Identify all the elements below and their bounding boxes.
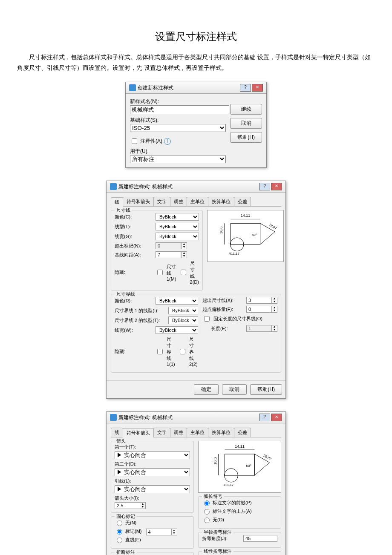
- hide-dimline1-label: 尺寸线 1(M): [167, 264, 176, 282]
- annotative-checkbox[interactable]: [132, 138, 137, 144]
- tab-tolerances[interactable]: 公差: [234, 428, 251, 437]
- arc-none-radio[interactable]: [204, 518, 210, 523]
- linetype-select[interactable]: ByBlock: [156, 223, 199, 230]
- hide-dimline1-checkbox[interactable]: [157, 270, 163, 275]
- second-arrow-select[interactable]: ▶ 实心闭合: [115, 468, 190, 476]
- hide-extline1-checkbox[interactable]: [157, 349, 163, 354]
- help-icon[interactable]: ?: [240, 84, 251, 92]
- color-label: 颜色(C):: [115, 214, 153, 220]
- legend: 尺寸界线: [115, 291, 137, 297]
- spinner-down-icon[interactable]: ▼: [172, 532, 177, 535]
- tab-tolerances[interactable]: 公差: [234, 197, 251, 206]
- tab-alt-units[interactable]: 换算单位: [208, 197, 234, 206]
- tab-lines[interactable]: 线: [111, 428, 123, 437]
- center-none-radio[interactable]: [117, 520, 122, 526]
- ext-lt1-select[interactable]: ByBlock: [168, 307, 198, 314]
- spinner-down-icon[interactable]: ▼: [182, 246, 187, 249]
- spacing-input[interactable]: [156, 251, 181, 258]
- base-style-select[interactable]: ISO-25: [130, 124, 226, 132]
- offset-label: 起点偏移量(F):: [202, 306, 244, 313]
- spinner-down-icon[interactable]: ▼: [182, 255, 187, 258]
- ext-hide-label: 隐藏:: [115, 348, 153, 355]
- tab-primary-units[interactable]: 主单位: [187, 428, 208, 437]
- tab-alt-units[interactable]: 换算单位: [208, 428, 234, 437]
- arc-before-radio[interactable]: [204, 500, 210, 506]
- arrow-size-label: 箭头大小(I):: [115, 495, 139, 500]
- help-button[interactable]: 帮助(H): [250, 384, 282, 395]
- arrowheads-group: 箭头 第一个(T): ▶ 实心闭合 第二个(D): ▶ 实心闭合 引线(L): …: [111, 441, 194, 513]
- spinner-down-icon[interactable]: ▼: [140, 506, 145, 509]
- tab-lines[interactable]: 线: [111, 197, 123, 207]
- dialog-title: 创建新标注样式: [138, 84, 173, 92]
- hide-extline1-label: 尺寸界线 1(1): [167, 336, 176, 367]
- center-line-radio[interactable]: [117, 538, 122, 543]
- dimension-lines-group: 尺寸线 颜色(C): ByBlock 线型(L): ByBlock 线宽(G):…: [111, 210, 203, 290]
- legend: 圆心标记: [115, 513, 137, 520]
- extend-label: 超出标记(N):: [115, 243, 153, 249]
- arc-symbol-group: 弧长符号 标注文字的前缀(P) 标注文字的上方(A) 无(O): [198, 496, 281, 529]
- svg-text:14.11: 14.11: [235, 444, 245, 449]
- ext-beyond-label: 超出尺寸线(X):: [202, 297, 244, 304]
- lineweight-select[interactable]: ByBlock: [156, 233, 199, 240]
- arc-above-label: 标注文字的上方(A): [213, 508, 252, 515]
- center-mark-value-input[interactable]: [146, 529, 171, 535]
- tab-symbols-arrows[interactable]: 符号和箭头: [123, 197, 154, 206]
- used-for-select[interactable]: 所有标注: [130, 155, 226, 163]
- help-icon[interactable]: ?: [259, 183, 270, 190]
- ext-lt2-select[interactable]: ByBlock: [168, 316, 198, 324]
- close-icon[interactable]: ✕: [271, 183, 282, 190]
- spinner-down-icon[interactable]: ▼: [272, 300, 277, 303]
- arrow-size-input[interactable]: [115, 502, 140, 509]
- color-select[interactable]: ByBlock: [156, 213, 199, 221]
- length-input[interactable]: [246, 325, 271, 332]
- jog-angle-input[interactable]: [243, 535, 277, 542]
- arc-above-radio[interactable]: [204, 509, 210, 515]
- svg-text:R11.17: R11.17: [228, 252, 239, 256]
- cancel-button[interactable]: 取消: [222, 384, 247, 395]
- svg-text:16.6: 16.6: [219, 227, 223, 234]
- first-arrow-select[interactable]: ▶ 实心闭合: [115, 451, 190, 459]
- center-mark-radio[interactable]: [117, 529, 122, 535]
- help-button[interactable]: 帮助(H): [230, 132, 262, 143]
- spacing-label: 基线间距(A):: [115, 252, 153, 258]
- annotative-label: 注释性(A): [140, 138, 162, 145]
- leader-arrow-select[interactable]: ▶ 实心闭合: [115, 485, 190, 493]
- jog-angle-label: 折弯角度(J):: [202, 535, 241, 542]
- linetype-label: 线型(L):: [115, 224, 153, 230]
- spinner-down-icon[interactable]: ▼: [272, 328, 277, 331]
- cancel-button[interactable]: 取消: [230, 118, 262, 129]
- used-for-label: 用于(U):: [130, 148, 149, 154]
- tab-text[interactable]: 文字: [153, 197, 170, 206]
- ext-color-select[interactable]: ByBlock: [156, 297, 198, 305]
- ext-beyond-input[interactable]: [246, 297, 271, 304]
- arc-none-label: 无(O): [213, 517, 224, 523]
- new-dimension-style-dialog-arrows: 新建标注样式: 机械样式 ? ✕ 线 符号和箭头 文字 调整 主单位 换算单位 …: [106, 411, 286, 555]
- legend: 箭头: [115, 438, 127, 444]
- svg-text:60°: 60°: [246, 464, 251, 468]
- hide-extline2-checkbox[interactable]: [180, 349, 185, 354]
- tab-fit[interactable]: 调整: [170, 197, 187, 206]
- extend-input[interactable]: [156, 242, 181, 249]
- radius-jog-group: 半径折弯标注 折弯角度(J):: [198, 532, 281, 548]
- info-icon[interactable]: i: [164, 138, 171, 145]
- close-icon[interactable]: ✕: [252, 84, 263, 92]
- tab-symbols-arrows[interactable]: 符号和箭头: [123, 428, 154, 437]
- tab-text[interactable]: 文字: [153, 428, 170, 437]
- tab-fit[interactable]: 调整: [170, 428, 187, 437]
- ext-lw-select[interactable]: ByBlock: [156, 326, 198, 334]
- new-style-name-input[interactable]: [130, 105, 229, 114]
- tab-primary-units[interactable]: 主单位: [187, 197, 208, 206]
- fixed-length-checkbox[interactable]: [204, 316, 210, 322]
- help-icon[interactable]: ?: [259, 414, 270, 421]
- lineweight-label: 线宽(G):: [115, 233, 153, 240]
- ok-button[interactable]: 确定: [194, 384, 219, 395]
- new-style-name-label: 新样式名(N):: [130, 98, 159, 104]
- center-line-label: 直线(E): [125, 537, 141, 543]
- spinner-down-icon[interactable]: ▼: [272, 309, 277, 312]
- intro-text: 尺寸标注样式，包括总体样式和子样式。总体样式是适用于各类型尺寸共同部分的基础 设…: [17, 52, 375, 73]
- hide-dimline2-checkbox[interactable]: [181, 270, 186, 275]
- tabs: 线 符号和箭头 文字 调整 主单位 换算单位 公差: [111, 197, 281, 207]
- offset-input[interactable]: [246, 306, 271, 313]
- close-icon[interactable]: ✕: [271, 414, 282, 421]
- continue-button[interactable]: 继续: [230, 104, 262, 115]
